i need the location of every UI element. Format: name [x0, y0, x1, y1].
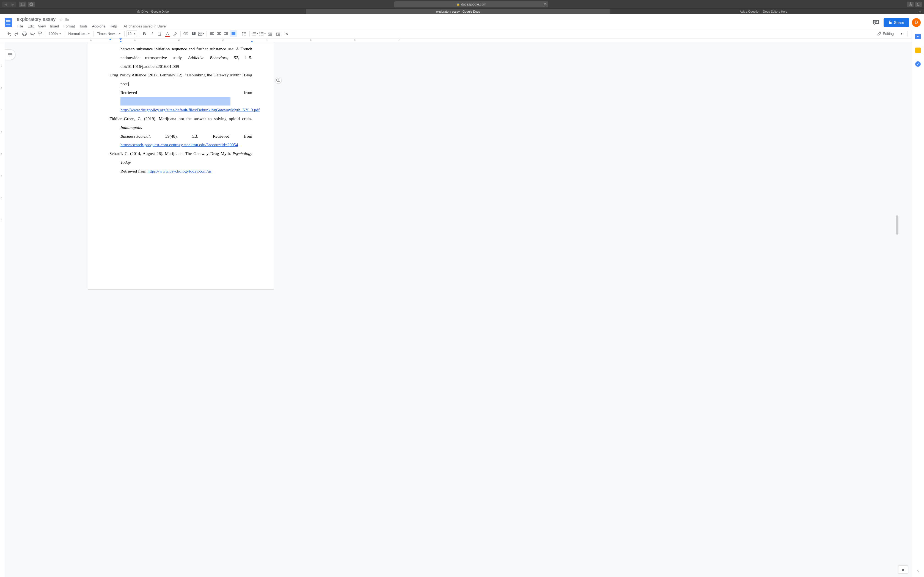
share-button[interactable]: Share — [884, 18, 909, 27]
docs-logo-icon — [5, 18, 12, 27]
side-panel: › — [912, 29, 924, 42]
share-button-label: Share — [894, 20, 904, 25]
bold-button[interactable]: B — [141, 30, 148, 37]
svg-text:T: T — [284, 32, 286, 36]
pencil-icon — [877, 32, 881, 36]
insert-link-button[interactable] — [183, 30, 189, 37]
print-button[interactable] — [21, 30, 28, 37]
insert-image-button[interactable]: ▼ — [198, 30, 205, 37]
open-comments-button[interactable] — [871, 18, 881, 27]
underline-button[interactable]: U — [156, 30, 163, 37]
forward-button[interactable]: ▶ — [9, 2, 16, 7]
address-bar[interactable]: 🔒 docs.google.com ⟳ — [394, 2, 548, 7]
svg-point-38 — [259, 35, 260, 35]
align-left-button[interactable] — [208, 30, 216, 37]
align-center-button[interactable] — [216, 30, 223, 37]
reload-icon[interactable]: ⟳ — [544, 2, 547, 6]
tabs-overview-button[interactable] — [915, 2, 922, 7]
svg-point-36 — [259, 32, 260, 33]
svg-rect-6 — [889, 22, 892, 24]
grammarly-extension-button[interactable]: G — [28, 2, 35, 7]
menu-addons[interactable]: Add-ons — [90, 23, 107, 29]
left-indent-marker[interactable] — [120, 39, 122, 40]
menu-help[interactable]: Help — [108, 23, 119, 29]
menu-view[interactable]: View — [36, 23, 48, 29]
paint-format-button[interactable] — [36, 30, 44, 37]
svg-rect-3 — [918, 3, 920, 5]
browser-toolbar: ◀ ▶ G 🔒 docs.google.com ⟳ — [0, 0, 924, 8]
align-justify-button[interactable] — [230, 30, 237, 37]
zoom-select[interactable]: 100%▼ — [47, 31, 63, 37]
svg-text:A: A — [30, 32, 32, 35]
lock-icon — [888, 21, 892, 24]
bulleted-list-button[interactable]: ▼ — [259, 30, 266, 37]
svg-text:+: + — [193, 32, 194, 35]
italic-button[interactable]: I — [149, 30, 156, 37]
undo-button[interactable] — [5, 30, 13, 37]
move-folder-icon[interactable] — [65, 18, 69, 21]
editing-mode-button[interactable]: Editing ▼ — [874, 31, 906, 37]
increase-indent-button[interactable] — [275, 30, 282, 37]
menu-edit[interactable]: Edit — [26, 23, 36, 29]
browser-tab-help[interactable]: Ask a Question - Docs Editors Help — [611, 9, 916, 14]
document-title[interactable]: exploratory essay — [15, 16, 57, 23]
account-avatar[interactable]: D — [912, 18, 921, 27]
font-size-input[interactable]: 12▼ — [126, 31, 137, 37]
menu-format[interactable]: Format — [61, 23, 77, 29]
text-color-button[interactable]: A — [164, 30, 171, 37]
back-button[interactable]: ◀ — [2, 2, 9, 7]
lock-icon: 🔒 — [457, 3, 460, 6]
docs-header: exploratory essay ☆ File Edit View Inser… — [0, 14, 924, 29]
line-spacing-button[interactable] — [241, 30, 248, 37]
add-comment-button[interactable]: + — [190, 30, 197, 37]
format-toolbar: A 100%▼ Normal text▼ Times New...▼ 12▼ B… — [0, 29, 924, 39]
clear-formatting-button[interactable]: T — [282, 30, 289, 37]
svg-text:3: 3 — [252, 34, 252, 36]
svg-rect-9 — [23, 34, 26, 36]
menu-insert[interactable]: Insert — [48, 23, 61, 29]
browser-share-button[interactable] — [907, 2, 914, 7]
first-line-indent-marker[interactable] — [109, 39, 111, 40]
browser-tab-drive[interactable]: My Drive - Google Drive — [0, 9, 305, 14]
decrease-indent-button[interactable] — [267, 30, 274, 37]
spellcheck-button[interactable]: A — [29, 30, 36, 37]
star-icon[interactable]: ☆ — [59, 17, 63, 22]
font-family-select[interactable]: Times New...▼ — [95, 31, 123, 37]
horizontal-ruler[interactable]: 1 1 2 3 4 5 6 7 — [0, 39, 924, 42]
sidebar-toggle-button[interactable] — [19, 2, 26, 7]
menu-bar: File Edit View Insert Format Tools Add-o… — [15, 23, 869, 29]
menu-file[interactable]: File — [15, 23, 25, 29]
new-tab-button[interactable]: + — [916, 9, 924, 14]
save-status[interactable]: All changes saved in Drive — [122, 23, 168, 29]
menu-tools[interactable]: Tools — [77, 23, 89, 29]
paragraph-style-select[interactable]: Normal text▼ — [66, 31, 92, 37]
browser-tabs-bar: My Drive - Google Drive exploratory essa… — [0, 8, 924, 14]
align-right-button[interactable] — [223, 30, 230, 37]
redo-button[interactable] — [13, 30, 20, 37]
calendar-sidebar-button[interactable] — [915, 34, 921, 39]
svg-point-37 — [259, 33, 260, 34]
numbered-list-button[interactable]: 123▼ — [251, 30, 258, 37]
svg-rect-0 — [21, 3, 24, 6]
browser-tab-docs[interactable]: exploratory essay - Google Docs — [305, 9, 611, 14]
url-text: docs.google.com — [461, 2, 486, 6]
docs-home-button[interactable] — [3, 16, 13, 29]
highlight-color-button[interactable] — [171, 30, 179, 37]
svg-rect-11 — [38, 32, 41, 33]
